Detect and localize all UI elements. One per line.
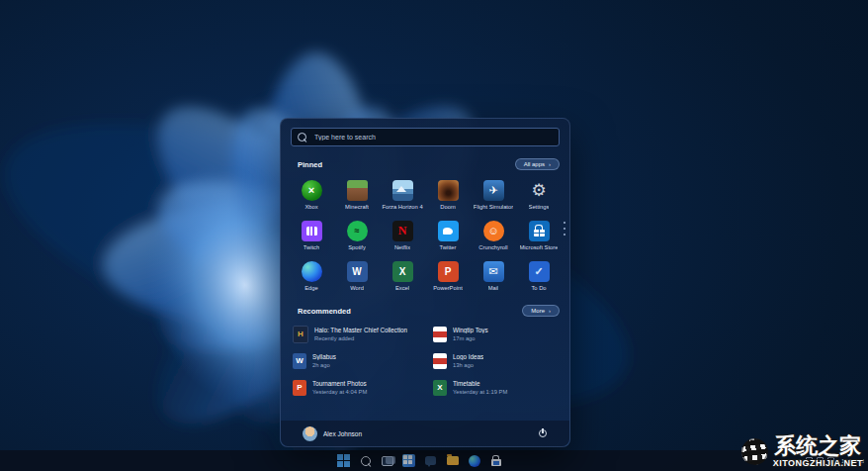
app-crunchyroll[interactable]: ☺ Crunchyroll (471, 215, 516, 255)
task-view-button[interactable] (381, 454, 393, 467)
chat-bubble-icon (425, 456, 436, 465)
powerpoint-file-icon: P (293, 380, 306, 396)
start-menu-footer: Alex Johnson (281, 421, 569, 446)
recommended-item-syllabus[interactable]: W Syllabus 2h ago (293, 347, 431, 374)
recommended-item-tournament-photos[interactable]: P Tournament Photos Yesterday at 4:04 PM (293, 374, 431, 401)
taskbar-search-button[interactable] (359, 454, 372, 467)
store-bag-icon (529, 221, 550, 241)
search-box[interactable] (291, 128, 560, 146)
user-name: Alex Johnson (323, 430, 362, 437)
chevron-right-icon: › (549, 161, 551, 167)
all-apps-button[interactable]: All apps › (515, 158, 560, 170)
pinned-app-grid: × Xbox Minecraft Forza Horizon 4 Doom ✈ … (289, 174, 562, 296)
twitter-bird-icon (438, 221, 459, 241)
app-xbox[interactable]: × Xbox (289, 174, 334, 215)
recommended-item-timetable[interactable]: X Timetable Yesterday at 1:19 PM (433, 374, 560, 401)
chat-button[interactable] (424, 454, 437, 467)
pdf-file-icon (433, 327, 447, 342)
gear-icon: ⚙ (529, 180, 550, 201)
todo-check-icon: ✓ (529, 261, 550, 282)
app-mail[interactable]: ✉ Mail (471, 255, 516, 296)
tray-status-icon[interactable] (806, 457, 813, 464)
tray-status-icon[interactable] (827, 457, 834, 464)
app-excel[interactable]: X Excel (380, 255, 425, 296)
word-icon: W (347, 261, 368, 282)
twitch-icon (302, 221, 322, 241)
app-word[interactable]: W Word (334, 255, 380, 296)
forza-icon (392, 180, 413, 201)
app-twitch[interactable]: Twitch (289, 215, 334, 255)
app-flight-simulator[interactable]: ✈ Flight Simulator (471, 174, 516, 215)
widgets-icon (402, 454, 415, 467)
recommended-item-wingtip-toys[interactable]: Wingtip Toys 17m ago (433, 321, 560, 347)
pinned-grid-scrollbar[interactable] (564, 222, 565, 236)
excel-icon: X (392, 261, 413, 282)
start-menu-panel: Pinned All apps › × Xbox Minecraft Forza… (280, 118, 570, 447)
halo-icon: H (293, 326, 308, 343)
app-netflix[interactable]: N Netflix (380, 215, 425, 255)
more-button[interactable]: More › (522, 305, 560, 317)
edge-button[interactable] (468, 454, 480, 467)
app-minecraft[interactable]: Minecraft (334, 174, 380, 215)
excel-file-icon: X (433, 380, 447, 396)
app-settings[interactable]: ⚙ Settings (516, 174, 562, 215)
netflix-icon: N (392, 221, 413, 241)
chevron-right-icon: › (549, 308, 551, 314)
search-icon (361, 456, 371, 466)
app-twitter[interactable]: Twitter (425, 215, 471, 255)
recommended-section-title: Recommended (298, 307, 351, 316)
user-profile-button[interactable]: Alex Johnson (303, 426, 362, 441)
task-view-icon (382, 456, 393, 466)
recommended-item-logo-ideas[interactable]: Logo Ideas 13h ago (433, 347, 560, 374)
system-tray: ∧ 11:11 AM (798, 450, 864, 471)
taskbar: ∧ 11:11 AM (0, 450, 868, 471)
search-icon (298, 133, 306, 141)
app-forza-horizon-4[interactable]: Forza Horizon 4 (380, 174, 425, 215)
recommended-grid: H Halo: The Master Chief Collection Rece… (293, 321, 560, 401)
flight-simulator-icon: ✈ (483, 180, 504, 201)
app-doom[interactable]: Doom (425, 174, 471, 215)
envelope-icon: ✉ (483, 261, 504, 282)
app-powerpoint[interactable]: P PowerPoint (425, 255, 471, 296)
spotify-icon: ≈ (347, 221, 368, 241)
pinned-section-title: Pinned (298, 160, 322, 169)
word-file-icon: W (293, 353, 306, 369)
taskbar-center-icons (337, 450, 502, 471)
xbox-icon: × (302, 180, 322, 201)
windows-logo-icon (337, 454, 350, 467)
avatar (303, 426, 317, 441)
widgets-button[interactable] (402, 454, 415, 467)
app-to-do[interactable]: ✓ To Do (516, 255, 562, 296)
tray-status-icon[interactable] (817, 457, 824, 464)
app-edge[interactable]: Edge (289, 255, 334, 296)
doom-icon (438, 180, 459, 201)
clock[interactable]: 11:11 AM (841, 458, 864, 464)
file-explorer-button[interactable] (446, 454, 459, 467)
recommended-item-halo[interactable]: H Halo: The Master Chief Collection Rece… (293, 321, 431, 347)
start-button[interactable] (337, 454, 350, 467)
app-microsoft-store[interactable]: Microsoft Store (516, 215, 562, 255)
store-bag-icon (490, 455, 501, 466)
folder-icon (447, 456, 459, 465)
search-input[interactable] (312, 133, 553, 141)
app-spotify[interactable]: ≈ Spotify (334, 215, 380, 255)
edge-icon (302, 261, 322, 282)
minecraft-icon (347, 180, 368, 201)
tray-chevron-icon[interactable]: ∧ (798, 457, 802, 464)
edge-icon (469, 455, 480, 467)
power-button[interactable] (538, 428, 548, 438)
pdf-file-icon (433, 353, 447, 369)
powerpoint-icon: P (438, 261, 459, 282)
crunchyroll-icon: ☺ (483, 221, 504, 241)
store-button[interactable] (489, 454, 502, 467)
